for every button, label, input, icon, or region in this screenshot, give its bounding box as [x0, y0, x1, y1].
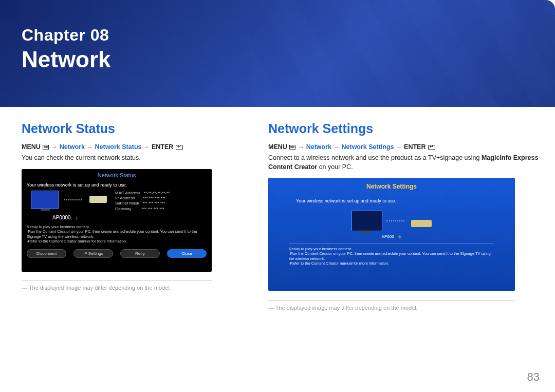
- path-menu-label: MENU: [268, 143, 289, 151]
- divider: [268, 300, 515, 301]
- path-mid: → Network → Network Status →: [49, 143, 152, 151]
- chapter-label: Chapter 08: [22, 26, 555, 45]
- sub-val: ***.***.***.***: [142, 201, 165, 206]
- section-heading-status: Network Status: [22, 121, 248, 136]
- settings-shot-msg: Your wireless network is set up and read…: [296, 198, 505, 203]
- enter-icon: [176, 145, 183, 150]
- ready-text: Ready to play your business content. -Ru…: [289, 243, 494, 266]
- ip-settings-button[interactable]: IP Settings: [73, 249, 113, 258]
- ap-name: AP000 ⏚: [279, 233, 505, 239]
- status-note: The displayed image may differ depending…: [22, 285, 248, 291]
- ap-name: AP0000 ⏚: [52, 215, 207, 220]
- settings-screenshot: Network Settings Your wireless network i…: [268, 178, 515, 291]
- device-row: MAC Address **-**-**-**-**-** IP Address…: [31, 191, 207, 212]
- section-heading-settings: Network Settings: [268, 121, 540, 136]
- path-mid: → Network → Network Settings →: [296, 143, 404, 151]
- connection-line: [64, 191, 84, 209]
- path-enter-label: ENTER: [152, 143, 175, 151]
- status-shot-title: Network Status: [27, 172, 207, 178]
- ready-line3: -Refer to the Content Creator manual for…: [27, 239, 207, 244]
- ready-line2: -Run the Content Creator on your PC, the…: [27, 229, 207, 239]
- divider: [22, 280, 212, 281]
- network-info-table: MAC Address **-**-**-**-**-** IP Address…: [115, 191, 170, 212]
- ready-text: Ready to play your business content. -Ru…: [27, 225, 207, 244]
- network-status-section: Network Status MENU → Network → Network …: [22, 121, 248, 311]
- device-row: [279, 211, 505, 231]
- ready-line1: Ready to play your business content.: [289, 247, 494, 251]
- menu-icon: [43, 145, 49, 150]
- wifi-icon: ⏚: [397, 233, 402, 239]
- status-description: You can check the current network status…: [22, 154, 248, 163]
- ip-val: ***.***.***.***: [143, 196, 165, 200]
- chapter-title: Network: [22, 47, 555, 72]
- sub-label: Subnet Mask: [115, 201, 139, 206]
- ready-line2: -Run the Content Creator on your PC, the…: [289, 251, 494, 261]
- connection-line: [386, 212, 407, 230]
- tv-icon: [31, 191, 59, 209]
- status-shot-msg: Your wireless network is set up and read…: [27, 182, 207, 188]
- network-settings-section: Network Settings MENU → Network → Networ…: [268, 121, 540, 311]
- wifi-icon: ⏚: [74, 215, 79, 220]
- mac-label: MAC Address: [115, 191, 140, 195]
- path-enter-label: ENTER: [404, 143, 428, 151]
- status-screenshot: Network Status Your wireless network is …: [22, 169, 212, 272]
- disconnect-button[interactable]: Disconnect: [27, 249, 66, 258]
- settings-shot-title: Network Settings: [279, 183, 505, 190]
- mac-val: **-**-**-**-**-**: [144, 191, 170, 195]
- ready-line3: -Refer to the Content Creator manual for…: [289, 261, 494, 266]
- status-buttons: Disconnect IP Settings Retry Close: [27, 249, 207, 258]
- enter-icon: [428, 145, 435, 150]
- path-menu-label: MENU: [22, 143, 42, 151]
- router-icon: [411, 220, 432, 227]
- tv-icon: [351, 211, 382, 231]
- chapter-hero: Chapter 08 Network: [0, 0, 555, 107]
- retry-button[interactable]: Retry: [120, 249, 160, 258]
- menu-path-settings: MENU → Network → Network Settings → ENTE…: [268, 143, 540, 151]
- menu-path-status: MENU → Network → Network Status → ENTER: [22, 143, 248, 151]
- settings-description: Connect to a wireless network and use th…: [268, 154, 540, 172]
- ip-label: IP Address: [115, 196, 135, 200]
- page-number: 83: [527, 370, 540, 384]
- ready-line1: Ready to play your business content.: [27, 225, 207, 229]
- close-button[interactable]: Close: [167, 249, 207, 258]
- menu-icon: [289, 145, 295, 150]
- gw-val: ***.***.***.***: [142, 207, 164, 211]
- page-content: Network Status MENU → Network → Network …: [0, 107, 555, 311]
- router-icon: [89, 196, 107, 203]
- settings-note: The displayed image may differ depending…: [268, 305, 540, 311]
- gw-label: Gateway: [115, 207, 132, 211]
